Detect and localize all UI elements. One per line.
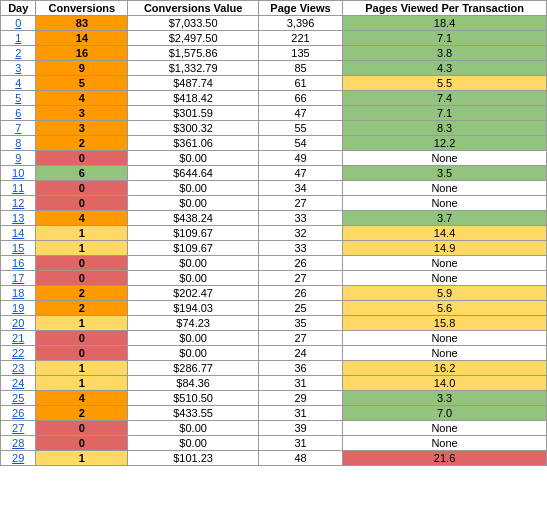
cell-day[interactable]: 11 [1,181,36,196]
cell-page-views: 32 [258,226,342,241]
cell-pvpt: 14.9 [343,241,547,256]
cell-page-views: 27 [258,196,342,211]
cell-pvpt: 5.5 [343,76,547,91]
cell-day[interactable]: 29 [1,451,36,466]
table-row: 182$202.47265.9 [1,286,547,301]
cell-page-views: 49 [258,151,342,166]
cell-day[interactable]: 18 [1,286,36,301]
cell-conversions: 4 [36,211,128,226]
cell-conv-value: $487.74 [128,76,259,91]
cell-pvpt: 15.8 [343,316,547,331]
cell-pvpt: 7.1 [343,31,547,46]
cell-page-views: 36 [258,361,342,376]
cell-conversions: 3 [36,121,128,136]
cell-pvpt: 7.4 [343,91,547,106]
cell-page-views: 47 [258,106,342,121]
cell-conv-value: $109.67 [128,241,259,256]
cell-day[interactable]: 2 [1,46,36,61]
cell-day[interactable]: 12 [1,196,36,211]
cell-day[interactable]: 15 [1,241,36,256]
cell-day[interactable]: 6 [1,106,36,121]
table-row: 291$101.234821.6 [1,451,547,466]
cell-conv-value: $286.77 [128,361,259,376]
cell-conversions: 4 [36,391,128,406]
cell-conversions: 0 [36,346,128,361]
cell-day[interactable]: 5 [1,91,36,106]
cell-day[interactable]: 14 [1,226,36,241]
cell-page-views: 26 [258,286,342,301]
cell-day[interactable]: 26 [1,406,36,421]
table-row: 90$0.0049None [1,151,547,166]
table-row: 110$0.0034None [1,181,547,196]
cell-day[interactable]: 4 [1,76,36,91]
cell-conversions: 1 [36,316,128,331]
cell-day[interactable]: 7 [1,121,36,136]
cell-page-views: 85 [258,61,342,76]
table-row: 39$1,332.79854.3 [1,61,547,76]
cell-pvpt: 4.3 [343,61,547,76]
cell-conv-value: $1,332.79 [128,61,259,76]
cell-conv-value: $300.32 [128,121,259,136]
cell-page-views: 33 [258,241,342,256]
cell-pvpt: None [343,421,547,436]
cell-page-views: 48 [258,451,342,466]
cell-page-views: 34 [258,181,342,196]
table-row: 134$438.24333.7 [1,211,547,226]
cell-conversions: 4 [36,91,128,106]
table-row: 241$84.363114.0 [1,376,547,391]
cell-day[interactable]: 27 [1,421,36,436]
cell-day[interactable]: 8 [1,136,36,151]
cell-conversions: 2 [36,286,128,301]
cell-page-views: 39 [258,421,342,436]
cell-conversions: 0 [36,181,128,196]
cell-conv-value: $644.64 [128,166,259,181]
cell-pvpt: 12.2 [343,136,547,151]
cell-day[interactable]: 19 [1,301,36,316]
cell-conversions: 83 [36,16,128,31]
cell-pvpt: None [343,151,547,166]
cell-page-views: 31 [258,376,342,391]
cell-page-views: 29 [258,391,342,406]
cell-conv-value: $0.00 [128,271,259,286]
cell-day[interactable]: 1 [1,31,36,46]
cell-page-views: 26 [258,256,342,271]
cell-day[interactable]: 24 [1,376,36,391]
cell-pvpt: 3.7 [343,211,547,226]
cell-conversions: 1 [36,241,128,256]
cell-conv-value: $2,497.50 [128,31,259,46]
cell-conv-value: $1,575.86 [128,46,259,61]
cell-day[interactable]: 20 [1,316,36,331]
cell-page-views: 47 [258,166,342,181]
cell-conv-value: $7,033.50 [128,16,259,31]
cell-pvpt: 5.6 [343,301,547,316]
cell-conv-value: $0.00 [128,436,259,451]
cell-day[interactable]: 3 [1,61,36,76]
table-row: 73$300.32558.3 [1,121,547,136]
cell-conv-value: $109.67 [128,226,259,241]
cell-pvpt: None [343,196,547,211]
table-row: 280$0.0031None [1,436,547,451]
header-day: Day [1,1,36,16]
cell-day[interactable]: 17 [1,271,36,286]
cell-day[interactable]: 21 [1,331,36,346]
cell-day[interactable]: 23 [1,361,36,376]
cell-day[interactable]: 28 [1,436,36,451]
cell-conv-value: $101.23 [128,451,259,466]
cell-page-views: 27 [258,331,342,346]
cell-day[interactable]: 13 [1,211,36,226]
cell-day[interactable]: 25 [1,391,36,406]
cell-pvpt: 16.2 [343,361,547,376]
cell-day[interactable]: 9 [1,151,36,166]
table-row: 160$0.0026None [1,256,547,271]
header-conversions: Conversions [36,1,128,16]
cell-day[interactable]: 16 [1,256,36,271]
cell-day[interactable]: 0 [1,16,36,31]
cell-conversions: 6 [36,166,128,181]
cell-day[interactable]: 22 [1,346,36,361]
table-row: 151$109.673314.9 [1,241,547,256]
cell-conv-value: $0.00 [128,181,259,196]
cell-day[interactable]: 10 [1,166,36,181]
cell-page-views: 31 [258,406,342,421]
cell-pvpt: None [343,331,547,346]
table-row: 192$194.03255.6 [1,301,547,316]
